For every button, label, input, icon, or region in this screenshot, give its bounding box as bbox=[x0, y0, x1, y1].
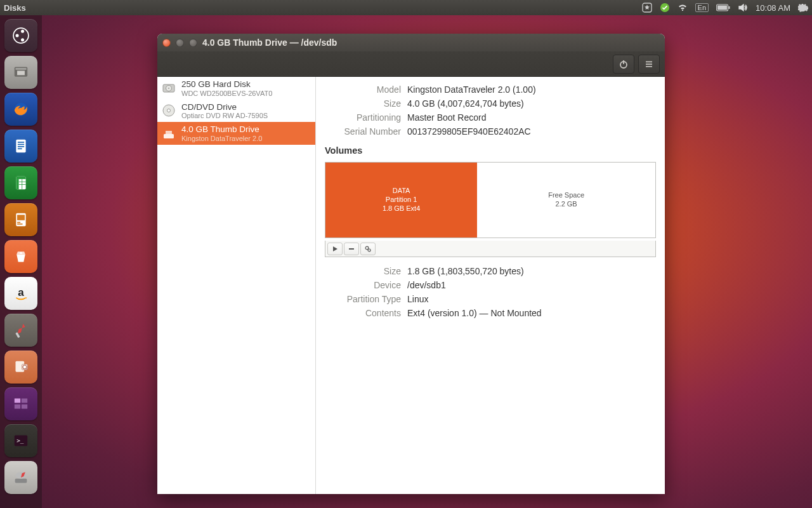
window-titlebar[interactable]: 4.0 GB Thumb Drive — /dev/sdb bbox=[157, 34, 665, 51]
launcher-software[interactable] bbox=[4, 240, 37, 273]
launcher-amazon[interactable]: a bbox=[4, 277, 37, 310]
sound-icon[interactable] bbox=[738, 3, 748, 13]
header-toolbar bbox=[157, 51, 665, 77]
value-vol-ptype: Linux bbox=[407, 294, 656, 304]
label-size: Size bbox=[325, 98, 401, 109]
main-pane: Model Kingston DataTraveler 2.0 (1.00) S… bbox=[316, 77, 665, 494]
svg-rect-19 bbox=[16, 177, 25, 179]
svg-rect-53 bbox=[164, 134, 174, 138]
vol-free-sub1: 2.2 GB bbox=[555, 200, 577, 209]
svg-rect-27 bbox=[17, 224, 23, 225]
window-maximize-button[interactable] bbox=[189, 39, 197, 47]
svg-rect-37 bbox=[15, 404, 20, 409]
value-model: Kingston DataTraveler 2.0 (1.00) bbox=[407, 84, 656, 95]
svg-text:>_: >_ bbox=[16, 437, 24, 444]
disks-window: 4.0 GB Thumb Drive — /dev/sdb 250 GB Har… bbox=[157, 34, 665, 494]
label-vol-device: Device bbox=[325, 280, 401, 290]
keyboard-lang-indicator[interactable]: En bbox=[695, 3, 709, 12]
svg-rect-30 bbox=[15, 332, 20, 338]
volumes-heading: Volumes bbox=[325, 145, 656, 156]
battery-icon[interactable] bbox=[716, 4, 730, 11]
value-vol-contents: Ext4 (version 1.0) — Not Mounted bbox=[407, 308, 656, 318]
volume-segment-data[interactable]: DATA Partition 1 1.8 GB Ext4 bbox=[325, 163, 477, 237]
value-vol-size: 1.8 GB (1,803,550,720 bytes) bbox=[407, 266, 656, 276]
launcher-calc[interactable] bbox=[4, 166, 37, 199]
drive-usb[interactable]: 4.0 GB Thumb DriveKingston DataTraveler … bbox=[157, 122, 315, 145]
label-vol-ptype: Partition Type bbox=[325, 294, 401, 304]
svg-rect-35 bbox=[15, 399, 20, 403]
svg-rect-47 bbox=[646, 65, 652, 67]
svg-rect-38 bbox=[22, 404, 27, 409]
hdd-icon bbox=[161, 81, 176, 96]
volumes-diagram: DATA Partition 1 1.8 GB Ext4 Free Space … bbox=[325, 162, 656, 238]
drive-subtitle: WDC WD2500BEVS-26VAT0 bbox=[181, 90, 272, 97]
vol-data-sub1: Partition 1 bbox=[386, 196, 417, 204]
launcher-files[interactable] bbox=[4, 56, 37, 89]
drive-title: 4.0 GB Thumb Drive bbox=[181, 124, 262, 135]
app-title: Disks bbox=[4, 3, 26, 13]
label-partitioning: Partitioning bbox=[325, 112, 401, 123]
wifi-icon[interactable] bbox=[678, 3, 688, 13]
svg-rect-3 bbox=[729, 6, 730, 9]
window-title: 4.0 GB Thumb Drive — /dev/sdb bbox=[202, 37, 337, 48]
value-size: 4.0 GB (4,007,624,704 bytes) bbox=[407, 98, 656, 109]
svg-rect-16 bbox=[18, 146, 24, 147]
svg-rect-4 bbox=[717, 6, 727, 10]
menu-button[interactable] bbox=[638, 55, 660, 74]
launcher-impress[interactable] bbox=[4, 203, 37, 236]
svg-rect-46 bbox=[646, 64, 652, 65]
drive-title: 250 GB Hard Disk bbox=[181, 79, 272, 90]
gear-session-icon[interactable] bbox=[798, 3, 808, 13]
launcher-dash[interactable] bbox=[4, 19, 37, 52]
launcher-terminal[interactable]: >_ bbox=[4, 424, 37, 457]
unity-launcher: a >_ bbox=[0, 15, 42, 508]
drive-optical[interactable]: CD/DVD DriveOptiarc DVD RW AD-7590S bbox=[157, 100, 315, 123]
window-minimize-button[interactable] bbox=[176, 39, 184, 47]
svg-rect-11 bbox=[17, 70, 25, 75]
svg-rect-28 bbox=[20, 252, 22, 254]
svg-rect-41 bbox=[15, 479, 27, 483]
drive-subtitle: Kingston DataTraveler 2.0 bbox=[181, 135, 262, 142]
value-vol-device: /dev/sdb1 bbox=[407, 280, 656, 290]
svg-rect-45 bbox=[646, 61, 652, 62]
svg-rect-15 bbox=[18, 144, 24, 145]
label-model: Model bbox=[325, 84, 401, 95]
drive-subtitle: Optiarc DVD RW AD-7590S bbox=[181, 112, 268, 119]
star-indicator-icon[interactable] bbox=[642, 3, 652, 13]
svg-text:a: a bbox=[18, 286, 24, 298]
clock[interactable]: 10:08 AM bbox=[756, 3, 790, 13]
svg-rect-20 bbox=[16, 179, 18, 189]
launcher-settings[interactable] bbox=[4, 314, 37, 347]
value-serial: 00137299805EF940E62402AC bbox=[407, 126, 656, 137]
launcher-disks[interactable] bbox=[4, 461, 37, 494]
window-close-button[interactable] bbox=[162, 39, 171, 47]
vol-free-title: Free Space bbox=[548, 191, 584, 200]
drive-hdd[interactable]: 250 GB Hard DiskWDC WD2500BEVS-26VAT0 bbox=[157, 77, 315, 100]
launcher-workspaces[interactable] bbox=[4, 387, 37, 420]
volume-segment-free[interactable]: Free Space 2.2 GB bbox=[477, 163, 655, 237]
partition-options-button[interactable] bbox=[360, 243, 376, 255]
delete-partition-button[interactable] bbox=[344, 243, 359, 255]
launcher-help[interactable] bbox=[4, 351, 37, 384]
mount-button[interactable] bbox=[327, 243, 343, 255]
svg-rect-10 bbox=[16, 68, 27, 70]
svg-rect-36 bbox=[22, 399, 27, 403]
volume-toolbar bbox=[325, 241, 656, 257]
value-partitioning: Master Boot Record bbox=[407, 112, 656, 123]
svg-point-52 bbox=[167, 109, 171, 112]
vol-data-sub2: 1.8 GB Ext4 bbox=[383, 204, 420, 213]
top-menubar: Disks En 10:08 AM bbox=[0, 0, 812, 15]
updates-indicator-icon[interactable] bbox=[660, 3, 670, 13]
indicator-area: En 10:08 AM bbox=[642, 3, 808, 13]
power-button[interactable] bbox=[613, 55, 634, 74]
drive-title: CD/DVD Drive bbox=[181, 102, 268, 112]
launcher-firefox[interactable] bbox=[4, 93, 37, 126]
drives-sidebar: 250 GB Hard DiskWDC WD2500BEVS-26VAT0 CD… bbox=[157, 77, 316, 494]
label-serial: Serial Number bbox=[325, 126, 401, 137]
svg-rect-14 bbox=[18, 142, 24, 143]
svg-point-8 bbox=[21, 38, 24, 41]
vol-data-title: DATA bbox=[393, 187, 410, 196]
svg-rect-26 bbox=[17, 222, 20, 223]
launcher-writer[interactable] bbox=[4, 130, 37, 163]
svg-point-50 bbox=[168, 88, 169, 89]
